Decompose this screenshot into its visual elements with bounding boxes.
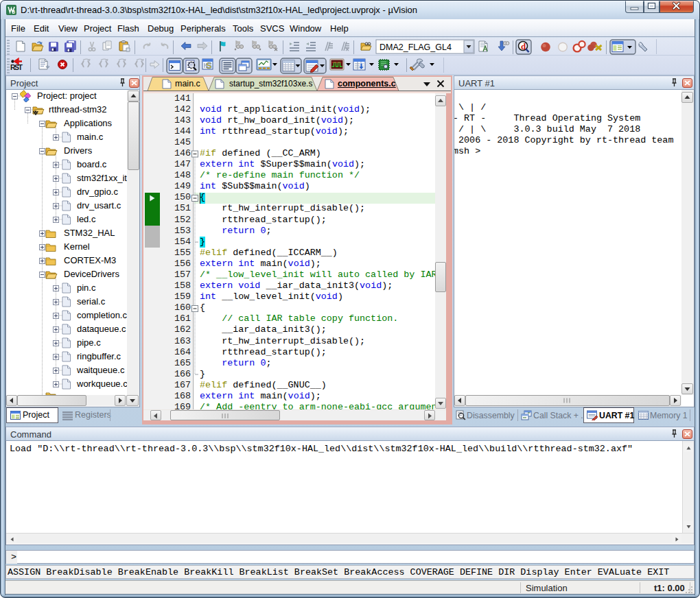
svg-text:S: S	[206, 61, 211, 71]
svg-text:DMA2_FLAG_GL4: DMA2_FLAG_GL4	[380, 43, 452, 52]
svg-text:RST: RST	[10, 63, 23, 71]
svg-text:5: 5	[12, 10, 15, 14]
